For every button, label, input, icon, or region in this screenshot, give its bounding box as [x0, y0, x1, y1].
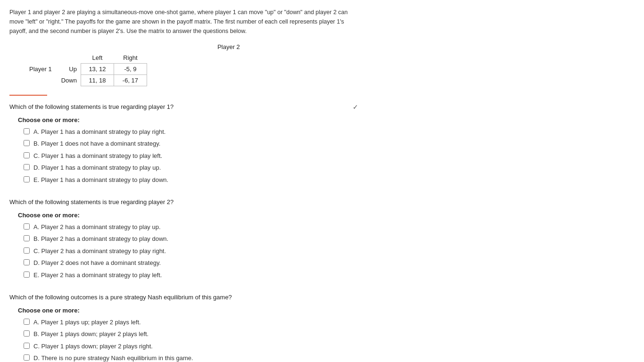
- option-label-q3-opt2[interactable]: B. Player 1 plays down; player 2 plays l…: [33, 329, 149, 339]
- list-item: A. Player 1 has a dominant strategy to p…: [24, 127, 358, 137]
- intro-text: Player 1 and player 2 are playing a simu…: [9, 8, 358, 36]
- cell-up-left: 13, 12: [81, 64, 114, 75]
- player1-label: Player 1: [24, 64, 56, 75]
- option-label-q2-opt2[interactable]: B. Player 2 has a dominant strategy to p…: [33, 234, 168, 244]
- options-list-2: A. Player 2 has a dominant strategy to p…: [9, 222, 358, 280]
- question-block-2: Which of the following statements is tru…: [9, 197, 358, 280]
- row-label-down: Down: [56, 75, 81, 86]
- question-text-2: Which of the following statements is tru…: [9, 197, 358, 207]
- question-text-3: Which of the following outcomes is a pur…: [9, 293, 358, 302]
- payoff-matrix-table: Left Right Player 1 Up 13, 12 -5, 9 Down…: [24, 52, 147, 86]
- list-item: E. Player 1 has a dominant strategy to p…: [24, 175, 358, 185]
- cell-up-right: -5, 9: [114, 64, 147, 75]
- section-divider: [9, 95, 47, 96]
- checkbox-q3-opt4[interactable]: [24, 354, 30, 361]
- empty-cell-1: [24, 52, 56, 64]
- list-item: D. Player 2 does not have a dominant str…: [24, 258, 358, 268]
- list-item: B. Player 1 plays down; player 2 plays l…: [24, 329, 358, 339]
- checkbox-q1-opt2[interactable]: [24, 140, 30, 146]
- list-item: D. There is no pure strategy Nash equili…: [24, 354, 358, 362]
- checkbox-q1-opt4[interactable]: [24, 164, 30, 170]
- option-label-q3-opt3[interactable]: C. Player 1 plays down; player 2 plays r…: [33, 342, 153, 351]
- checkbox-q3-opt1[interactable]: [24, 319, 30, 325]
- list-item: C. Player 1 plays down; player 2 plays r…: [24, 342, 358, 351]
- list-item: A. Player 2 has a dominant strategy to p…: [24, 222, 358, 232]
- empty-row-label: [24, 75, 56, 86]
- col-header-right: Right: [114, 52, 147, 64]
- option-label-q1-opt1[interactable]: A. Player 1 has a dominant strategy to p…: [33, 127, 165, 137]
- option-label-q3-opt1[interactable]: A. Player 1 plays up; player 2 plays lef…: [33, 318, 141, 327]
- empty-cell-2: [56, 52, 81, 64]
- options-list-1: A. Player 1 has a dominant strategy to p…: [9, 127, 358, 185]
- option-label-q1-opt5[interactable]: E. Player 1 has a dominant strategy to p…: [33, 175, 168, 185]
- questions-container: ✓Which of the following statements is tr…: [9, 102, 358, 362]
- list-item: C. Player 1 has a dominant strategy to p…: [24, 151, 358, 161]
- choose-label-1: Choose one or more:: [9, 116, 358, 123]
- question-text-1: ✓Which of the following statements is tr…: [9, 102, 358, 112]
- question-block-1: ✓Which of the following statements is tr…: [9, 102, 358, 184]
- list-item: C. Player 2 has a dominant strategy to p…: [24, 247, 358, 256]
- cell-down-right: -6, 17: [114, 75, 147, 86]
- options-list-3: A. Player 1 plays up; player 2 plays lef…: [9, 318, 358, 362]
- cell-down-left: 11, 18: [81, 75, 114, 86]
- checkbox-q2-opt1[interactable]: [24, 223, 30, 230]
- checkbox-q1-opt3[interactable]: [24, 152, 30, 158]
- option-label-q2-opt5[interactable]: E. Player 2 has a dominant strategy to p…: [33, 271, 162, 280]
- list-item: D. Player 1 has a dominant strategy to p…: [24, 163, 358, 173]
- payoff-matrix-wrapper: Player 2 Left Right Player 1 Up 13, 12 -…: [24, 43, 358, 86]
- checkbox-q1-opt1[interactable]: [24, 128, 30, 134]
- checkbox-q2-opt3[interactable]: [24, 247, 30, 254]
- choose-label-3: Choose one or more:: [9, 307, 358, 314]
- list-item: B. Player 1 does not have a dominant str…: [24, 139, 358, 148]
- list-item: E. Player 2 has a dominant strategy to p…: [24, 271, 358, 280]
- checkbox-q2-opt2[interactable]: [24, 235, 30, 241]
- checkbox-q3-opt3[interactable]: [24, 343, 30, 349]
- list-item: B. Player 2 has a dominant strategy to p…: [24, 234, 358, 244]
- checkbox-q3-opt2[interactable]: [24, 330, 30, 337]
- option-label-q1-opt4[interactable]: D. Player 1 has a dominant strategy to p…: [33, 163, 161, 173]
- option-label-q1-opt3[interactable]: C. Player 1 has a dominant strategy to p…: [33, 151, 162, 161]
- checkbox-q1-opt5[interactable]: [24, 176, 30, 182]
- question-block-3: Which of the following outcomes is a pur…: [9, 293, 358, 362]
- edit-icon[interactable]: ✓: [353, 102, 358, 112]
- option-label-q2-opt3[interactable]: C. Player 2 has a dominant strategy to p…: [33, 247, 166, 256]
- col-header-left: Left: [81, 52, 114, 64]
- row-label-up: Up: [56, 64, 81, 75]
- checkbox-q2-opt4[interactable]: [24, 259, 30, 265]
- checkbox-q2-opt5[interactable]: [24, 272, 30, 278]
- option-label-q2-opt1[interactable]: A. Player 2 has a dominant strategy to p…: [33, 222, 161, 232]
- list-item: A. Player 1 plays up; player 2 plays lef…: [24, 318, 358, 327]
- option-label-q1-opt2[interactable]: B. Player 1 does not have a dominant str…: [33, 139, 160, 148]
- choose-label-2: Choose one or more:: [9, 212, 358, 219]
- option-label-q2-opt4[interactable]: D. Player 2 does not have a dominant str…: [33, 258, 161, 268]
- player2-header-label: Player 2: [24, 43, 358, 52]
- option-label-q3-opt4[interactable]: D. There is no pure strategy Nash equili…: [33, 354, 193, 362]
